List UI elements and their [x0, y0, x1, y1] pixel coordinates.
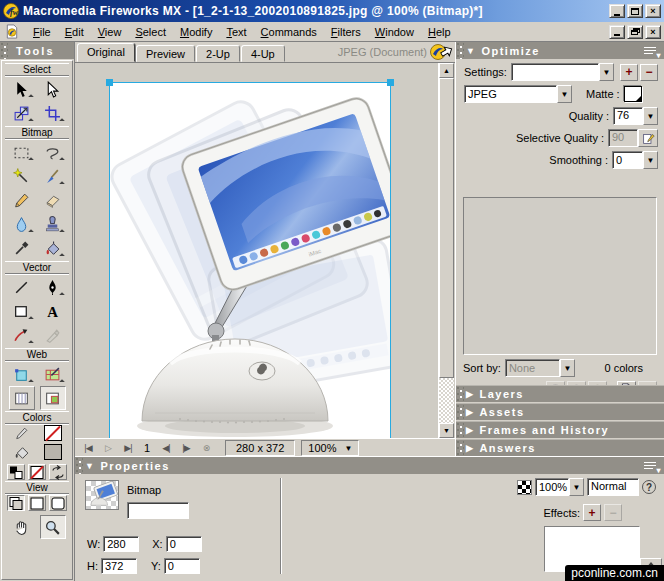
matte-color-swatch[interactable] — [624, 86, 642, 102]
doc-restore-button[interactable] — [627, 25, 643, 39]
eyedropper-tool-icon[interactable] — [9, 236, 35, 260]
properties-options-menu-icon[interactable] — [644, 461, 658, 470]
hide-hotspots-button[interactable] — [9, 386, 35, 410]
assets-expand-arrow-icon[interactable]: ▶ — [466, 407, 474, 417]
assets-gripper[interactable] — [456, 404, 464, 420]
fill-color-swatch[interactable] — [44, 444, 62, 460]
close-button[interactable]: × — [645, 4, 661, 18]
pen-tool-icon[interactable] — [40, 275, 66, 299]
help-icon[interactable]: ? — [642, 480, 656, 494]
selective-quality-input[interactable]: 90 — [608, 129, 638, 147]
first-frame-button[interactable]: |◀ — [79, 443, 97, 453]
standard-screen-button[interactable] — [7, 495, 25, 511]
maximize-button[interactable] — [627, 4, 643, 18]
pencil-tool-icon[interactable] — [9, 188, 35, 212]
canvas-area[interactable]: iMac — [75, 62, 455, 457]
blend-mode-combobox[interactable]: Normal — [587, 478, 639, 496]
marquee-tool-icon[interactable] — [9, 140, 35, 164]
doc-minimize-button[interactable] — [609, 25, 625, 39]
text-tool-icon[interactable]: A — [40, 299, 66, 323]
rectangle-tool-icon[interactable] — [9, 299, 35, 323]
selective-quality-edit-button[interactable] — [638, 129, 658, 147]
opacity-combobox[interactable]: 100% — [535, 478, 569, 496]
pointer-tool-icon[interactable] — [9, 77, 35, 101]
frames-history-panel-header[interactable]: ▶ Frames and History — [456, 421, 664, 438]
x-value[interactable]: 0 — [166, 536, 202, 552]
menu-modify[interactable]: Modify — [173, 24, 219, 40]
sort-by-dropdown-arrow-icon[interactable]: ▼ — [560, 359, 575, 377]
opacity-dropdown-arrow-icon[interactable]: ▼ — [569, 478, 584, 496]
object-name-input[interactable] — [127, 502, 189, 519]
brush-tool-icon[interactable] — [40, 164, 66, 188]
add-setting-button[interactable]: + — [620, 64, 638, 81]
crop-tool-icon[interactable] — [40, 101, 66, 125]
no-color-button[interactable] — [28, 464, 46, 480]
hand-tool-icon[interactable] — [9, 515, 35, 539]
scroll-up-button[interactable]: ▲ — [439, 63, 454, 78]
menu-commands[interactable]: Commands — [254, 24, 324, 40]
format-dropdown-arrow-icon[interactable]: ▼ — [557, 85, 572, 103]
frames-history-gripper[interactable] — [456, 422, 464, 438]
layers-gripper[interactable] — [456, 386, 464, 402]
answers-gripper[interactable] — [456, 440, 464, 456]
quality-input[interactable]: 76 — [613, 107, 643, 125]
tab-2up[interactable]: 2-Up — [196, 45, 240, 62]
tab-original[interactable]: Original — [77, 43, 135, 62]
canvas[interactable]: iMac — [110, 83, 390, 457]
layers-panel-header[interactable]: ▶ Layers — [456, 385, 664, 402]
quality-slider-arrow-icon[interactable]: ▼ — [643, 107, 658, 125]
selection-handle-topleft[interactable] — [106, 79, 113, 86]
y-value[interactable]: 0 — [164, 558, 200, 574]
next-frame-button[interactable]: |▶ — [177, 443, 195, 453]
properties-gripper[interactable] — [75, 457, 83, 474]
settings-dropdown-arrow-icon[interactable]: ▼ — [599, 63, 614, 81]
paint-bucket-tool-icon[interactable] — [40, 236, 66, 260]
rubber-stamp-tool-icon[interactable] — [40, 212, 66, 236]
sort-by-combobox[interactable]: None — [505, 359, 560, 377]
frames-history-expand-arrow-icon[interactable]: ▶ — [466, 425, 474, 435]
menu-filters[interactable]: Filters — [324, 24, 368, 40]
hotspot-tool-icon[interactable] — [9, 362, 35, 386]
properties-collapse-arrow-icon[interactable]: ▼ — [85, 461, 95, 471]
menu-window[interactable]: Window — [368, 24, 421, 40]
properties-panel-header[interactable]: ▼ Properties — [75, 457, 664, 474]
minimize-button[interactable] — [609, 4, 625, 18]
lasso-tool-icon[interactable] — [40, 140, 66, 164]
menu-view[interactable]: View — [91, 24, 129, 40]
collapse-arrow-icon[interactable]: ▼ — [466, 46, 476, 56]
remove-setting-button[interactable]: − — [640, 64, 658, 81]
slice-tool-icon[interactable] — [40, 362, 66, 386]
full-screen-button[interactable] — [49, 495, 67, 511]
layers-expand-arrow-icon[interactable]: ▶ — [466, 389, 474, 399]
format-combobox[interactable]: JPEG — [464, 85, 557, 103]
add-effect-button[interactable]: + — [583, 504, 601, 521]
freeform-tool-icon[interactable] — [9, 323, 35, 347]
tab-preview[interactable]: Preview — [136, 45, 195, 62]
stop-button[interactable]: ⊗ — [197, 443, 215, 453]
panel-options-menu-icon[interactable] — [644, 46, 658, 55]
zoom-level-dropdown[interactable]: 100% ▼ — [301, 440, 359, 456]
default-colors-button[interactable] — [7, 464, 25, 480]
smoothing-combobox[interactable]: 0 — [612, 151, 643, 169]
previous-frame-button[interactable]: ◀| — [157, 443, 175, 453]
menu-file[interactable]: File — [26, 24, 58, 40]
doc-close-button[interactable]: × — [645, 25, 661, 39]
menu-text[interactable]: Text — [219, 24, 253, 40]
optimize-panel-header[interactable]: ▼ Optimize — [456, 42, 664, 59]
optimize-gripper[interactable] — [456, 42, 464, 59]
full-screen-menus-button[interactable] — [28, 495, 46, 511]
scale-tool-icon[interactable] — [9, 101, 35, 125]
line-tool-icon[interactable] — [9, 275, 35, 299]
height-value[interactable]: 372 — [101, 558, 137, 574]
tab-4up[interactable]: 4-Up — [241, 45, 285, 62]
subselection-tool-icon[interactable] — [40, 77, 66, 101]
tools-gripper[interactable] — [0, 42, 8, 59]
zoom-tool-icon[interactable] — [40, 515, 66, 539]
tools-panel-header[interactable]: Tools — [0, 42, 74, 59]
swap-colors-button[interactable] — [49, 464, 67, 480]
smoothing-dropdown-arrow-icon[interactable]: ▼ — [643, 151, 658, 169]
menu-edit[interactable]: Edit — [58, 24, 91, 40]
assets-panel-header[interactable]: ▶ Assets — [456, 403, 664, 420]
show-hotspots-button[interactable] — [40, 386, 66, 410]
answers-expand-arrow-icon[interactable]: ▶ — [466, 443, 474, 453]
